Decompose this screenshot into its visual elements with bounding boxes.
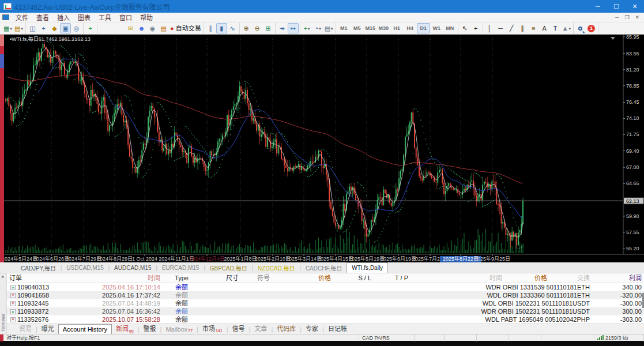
timeframe-m1-button[interactable]: M1 xyxy=(337,23,351,33)
price-chart[interactable]: 85.9583.5581.2078.8576.4574.1071.7569.40… xyxy=(4,35,644,262)
arrows-button[interactable]: ▲▾ xyxy=(561,23,572,33)
search-button[interactable] xyxy=(575,23,586,33)
table-row[interactable]: ▼1109324452025.07.04 14:48:19余额WDL ORBI … xyxy=(7,299,644,307)
column-header[interactable]: T / P xyxy=(374,273,410,283)
column-header[interactable]: 价格 xyxy=(504,273,549,283)
menu-窗口[interactable]: 窗口 xyxy=(115,14,136,22)
timeframe-w1-button[interactable]: W1 xyxy=(430,23,443,33)
cursor-button[interactable]: ↖ xyxy=(460,23,470,33)
autotrading-button[interactable]: ●自动交易 xyxy=(169,23,202,33)
chart-tab-cadchf[interactable]: CADCHF,每日 xyxy=(301,264,347,273)
vertical-line-button[interactable]: │ xyxy=(484,23,495,33)
periods-button[interactable]: ◔▾ xyxy=(312,23,323,33)
chart-tab-cadjpy[interactable]: CADJPY,每日 xyxy=(16,264,61,273)
new-order-button[interactable]: + xyxy=(85,23,96,33)
minimize-button[interactable]: ─ xyxy=(589,0,607,13)
child-minimize-button[interactable]: ─ xyxy=(615,14,619,20)
text-button[interactable]: A xyxy=(539,23,550,33)
terminal-tab-贸易[interactable]: 贸易 xyxy=(15,325,36,334)
indicators-button[interactable]: +▾ xyxy=(302,23,312,33)
terminal-button[interactable]: ▣ xyxy=(60,23,71,33)
fibonacci-button[interactable]: ≡ xyxy=(528,23,539,33)
menu-帮助[interactable]: 帮助 xyxy=(136,14,157,22)
candlestick-chart-button[interactable]: ▮ xyxy=(216,23,227,33)
terminal-tab-mailbox[interactable]: Mailbox77 xyxy=(161,325,197,334)
column-header[interactable]: 符号 xyxy=(241,273,286,283)
horizontal-line-button[interactable]: ─ xyxy=(495,23,506,33)
child-restore-button[interactable]: ❒ xyxy=(624,14,629,20)
column-header[interactable]: Type xyxy=(163,273,201,283)
market-button[interactable]: ▤ xyxy=(158,23,169,33)
menu-查看[interactable]: 查看 xyxy=(32,14,53,22)
navigator-button[interactable]: ◆ xyxy=(49,23,60,33)
chart-tab-audcad[interactable]: AUDCAD,M15 xyxy=(110,264,156,273)
chart-window-icon[interactable] xyxy=(2,14,9,20)
terminal-tab-代码库[interactable]: 代码库 xyxy=(273,325,300,334)
chart-tab-nzdcad[interactable]: NZDCAD,每日 xyxy=(253,264,299,273)
zoom-in-button[interactable]: ⊕ xyxy=(241,23,252,33)
child-close-button[interactable]: ✕ xyxy=(635,14,639,20)
timeframe-m5-button[interactable]: M5 xyxy=(351,23,364,33)
terminal-tab-文章[interactable]: 文章 xyxy=(250,325,271,334)
terminal-tab-警报[interactable]: 警报 xyxy=(140,325,160,334)
column-header[interactable]: S / L xyxy=(333,273,374,283)
tile-windows-button[interactable]: ⊞ xyxy=(263,23,274,33)
timeframe-m30-button[interactable]: M30 xyxy=(377,23,390,33)
terminal-close-icon[interactable]: × xyxy=(1,274,4,280)
strategy-tester-button[interactable]: ◎ xyxy=(71,23,82,33)
terminal-tab-account-history[interactable]: Account History xyxy=(58,324,112,334)
status-profile-name[interactable]: CAD PAIRS xyxy=(359,334,415,341)
column-header[interactable]: 时间 xyxy=(65,273,163,283)
crosshair-button[interactable]: + xyxy=(470,23,481,33)
profiles-button[interactable]: ▤▾ xyxy=(13,23,24,33)
order-time: 2025.04.16 17:37:42 xyxy=(65,291,163,299)
community-button[interactable]: ☻ xyxy=(136,23,147,33)
line-chart-button[interactable]: ∿ xyxy=(227,23,238,33)
new-chart-button[interactable]: ▦▾ xyxy=(2,23,13,33)
bar-chart-button[interactable]: ∥ xyxy=(205,23,216,33)
menu-插入[interactable]: 插入 xyxy=(53,14,74,22)
menu-文件[interactable]: 文件 xyxy=(12,14,32,22)
column-header[interactable]: 订单 xyxy=(7,273,65,283)
auto-scroll-button[interactable]: ↠ xyxy=(277,23,288,33)
data-window-button[interactable]: + xyxy=(38,23,49,33)
broadcast-button[interactable]: ◉ xyxy=(147,23,158,33)
trendline-button[interactable]: ╱ xyxy=(506,23,517,33)
column-header[interactable]: 时间 xyxy=(410,273,504,283)
maximize-button[interactable]: ☐ xyxy=(607,0,626,13)
table-row[interactable]: ▲1109338722025.07.04 16:36:42余额WDR ORBI … xyxy=(7,307,644,315)
menu-工具[interactable]: 工具 xyxy=(95,14,115,22)
notifications-button[interactable]: 1 xyxy=(586,23,597,33)
timeframe-mn-button[interactable]: MN xyxy=(443,23,457,33)
column-header[interactable]: 利润 xyxy=(592,273,644,283)
terminal-tab-日记帐[interactable]: 日记帐 xyxy=(324,325,351,334)
table-row[interactable]: ▼1090416582025.04.16 17:37:42余额WDL ORBI … xyxy=(7,291,644,299)
column-header[interactable]: 交换 xyxy=(549,273,592,283)
chart-tab-usdcad[interactable]: USDCAD,M15 xyxy=(62,264,108,273)
templates-button[interactable]: ▤▾ xyxy=(323,23,334,33)
table-row[interactable]: ▲1090403132025.04.16 17:10:14余额WDR ORBI … xyxy=(7,283,644,291)
envelope-button[interactable]: ✉ xyxy=(125,23,136,33)
zoom-out-button[interactable]: ⊖ xyxy=(252,23,263,33)
terminal-tab-市场[interactable]: 市场141 xyxy=(198,325,227,334)
timeframe-h4-button[interactable]: H4 xyxy=(404,23,417,33)
column-header[interactable]: 尺寸 xyxy=(201,273,241,283)
timeframe-m15-button[interactable]: M15 xyxy=(364,23,377,33)
channel-button[interactable]: ∥ xyxy=(517,23,528,33)
chart-tab-wti.fs[interactable]: WTI.fs,Daily xyxy=(347,262,388,273)
chart-tab-gbpcad[interactable]: GBPCAD,每日 xyxy=(205,264,252,273)
market-watch-button[interactable]: ◫ xyxy=(27,23,38,33)
terminal-tab-新闻[interactable]: 新闻gg xyxy=(112,325,138,334)
timeframe-h1-button[interactable]: H1 xyxy=(390,23,404,33)
terminal-tab-专家[interactable]: 专家 xyxy=(302,325,322,334)
timeframe-d1-button[interactable]: D1 xyxy=(417,23,430,33)
terminal-tab-曝光[interactable]: 曝光 xyxy=(37,325,58,334)
terminal-tab-信号[interactable]: 信号 xyxy=(228,325,249,334)
close-button[interactable]: ✕ xyxy=(626,0,644,13)
text-label-button[interactable]: T xyxy=(550,23,561,33)
menu-图表[interactable]: 图表 xyxy=(74,14,95,22)
chart-shift-button[interactable]: ↦ xyxy=(288,23,299,33)
table-row[interactable]: ▼1133526762025.10.07 15:58:28余额WDL PABT … xyxy=(7,315,644,324)
chart-tab-eurcad[interactable]: EURCAD,M15 xyxy=(157,264,204,273)
column-header[interactable]: 价格 xyxy=(286,273,333,283)
